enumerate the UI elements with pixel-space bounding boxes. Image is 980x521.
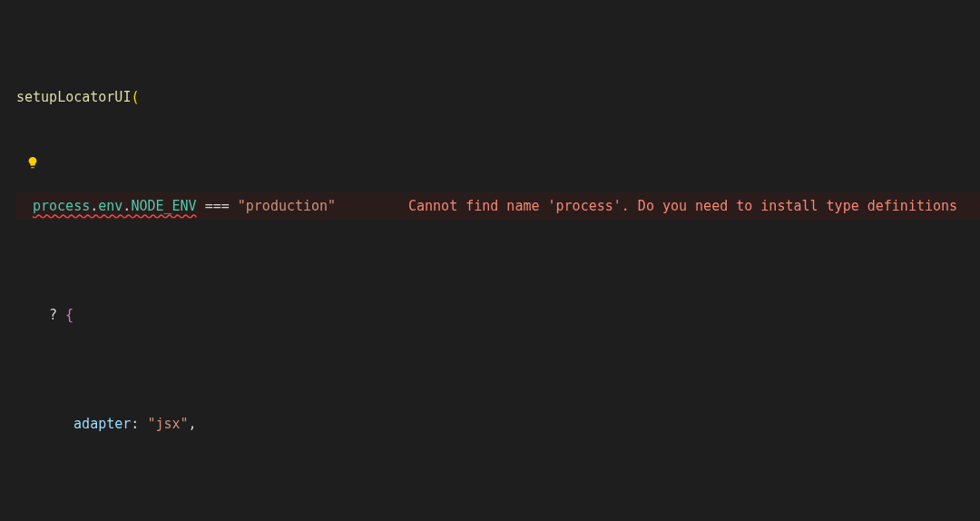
gutter	[0, 0, 42, 521]
token-string: "jsx"	[147, 416, 188, 432]
token-colon: :	[131, 416, 147, 432]
token-op: ===	[197, 198, 238, 214]
code-area[interactable]: setupLocatorUI( process.env.NODE_ENV ===…	[0, 2, 980, 521]
token-env: env	[98, 198, 122, 214]
token-paren: (	[131, 89, 139, 105]
error-squiggle[interactable]: process.env.NODE_ENV	[33, 198, 197, 214]
code-line[interactable]: setupLocatorUI(	[16, 84, 980, 111]
token-nodeenv: NODE_ENV	[131, 198, 196, 214]
token-string: "production"	[238, 198, 336, 214]
code-line-error[interactable]: process.env.NODE_ENV === "production"Can…	[16, 192, 980, 220]
token-ternary-q: ?	[49, 307, 65, 323]
token-key: adapter	[74, 416, 131, 432]
lightbulb-icon[interactable]	[26, 156, 39, 169]
inline-error-message[interactable]: Cannot find name 'process'. Do you need …	[408, 192, 957, 220]
token-fn: setupLocatorUI	[16, 89, 131, 105]
token-brace: {	[65, 307, 74, 323]
token-dot: .	[90, 198, 98, 214]
code-line[interactable]: adapter: "jsx",	[16, 410, 980, 437]
token-process: process	[33, 198, 90, 214]
token-comma: ,	[189, 416, 197, 432]
code-editor[interactable]: setupLocatorUI( process.env.NODE_ENV ===…	[0, 0, 980, 521]
code-line[interactable]: ? {	[16, 301, 980, 329]
